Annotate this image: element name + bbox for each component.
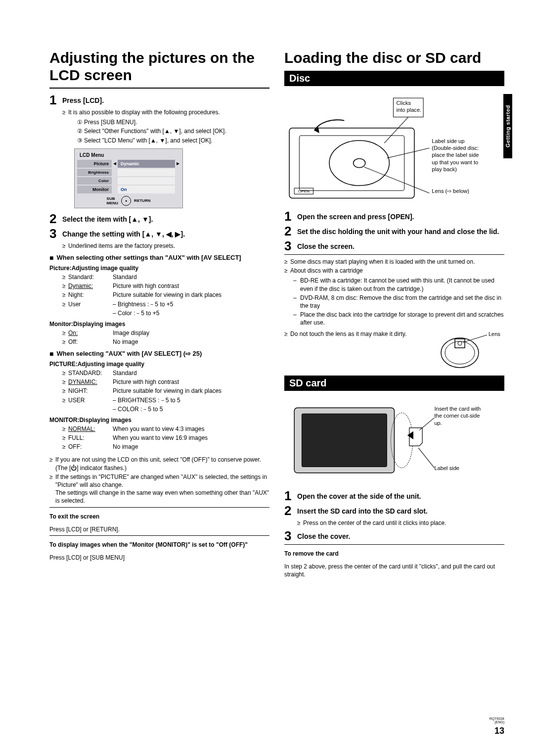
svg-point-2 [329,141,389,186]
lcd-color-label: Color [77,177,112,185]
lcd-menu-title: LCD Menu [77,151,180,159]
monitor2-table: NORMAL:When you want to view 4:3 images … [62,425,269,451]
svg-rect-0 [289,128,414,198]
disc-step-3-number: 3 [284,239,297,252]
proc-3: Select "LCD Menu" with [▲, ▼], and selec… [84,137,213,144]
clicks-label: Clicks [397,100,411,106]
lcd-menu-diagram: LCD Menu Picture ◀ Dynamic ▶ Brightness … [74,148,183,208]
lcd-picture-label: Picture [77,160,112,168]
right-column: Loading the disc or SD card Disc OPEN Cl… [284,49,504,579]
svg-point-16 [445,341,475,364]
step-3-number: 3 [49,227,62,240]
sd-step-3-text: Close the cover. [297,529,350,540]
sd-step-1-text: Open the cover at the side of the unit. [297,489,421,500]
lcd-brightness-label: Brightness [77,169,112,176]
left-column: Adjusting the pictures on the LCD screen… [49,49,269,579]
step3-note: Underlined items are the factory presets… [62,242,269,250]
proc-2: Select "Other Functions" with [▲, ▼], an… [84,128,226,135]
disc-dash-2: DVD-RAM, 8 cm disc: Remove the disc from… [293,294,504,310]
lcd-monitor-label: Monitor [77,186,112,193]
disc-step-3-text: Close the screen. [297,239,355,250]
sd-step-2-text: Insert the SD card into the SD card slot… [297,504,428,515]
block2-heading: When selecting "AUX" with [AV SELECT] (⇨… [56,350,202,357]
monitor-table: On:Image display Off:No image [62,329,269,346]
svg-text:into place.: into place. [397,107,422,113]
svg-text:up that you want to: up that you want to [432,159,478,165]
sd-label-side: Label side [434,465,459,471]
step-2-text: Select the item with [▲, ▼]. [62,212,153,223]
disc-note-1: Some discs may start playing when it is … [284,258,504,266]
step-1-text: Press [LCD]. [62,94,104,104]
footer-code: RQT9334 (ENG) [490,717,504,724]
step-2-number: 2 [49,212,62,225]
step-1-number: 1 [49,94,62,106]
svg-line-25 [418,448,434,468]
svg-line-24 [419,418,434,430]
lcd-monitor-value: On [118,186,175,193]
disc-step-1-text: Open the screen and press [OPEN]. [297,210,414,221]
svg-rect-21 [302,414,387,467]
sd-step-2-number: 2 [284,504,297,517]
picture-table: Standard:Standard Dynamic:Picture with h… [62,273,269,318]
disc-step-1-number: 1 [284,210,297,223]
remove-body: In step 2 above, press the center of the… [284,563,504,578]
svg-line-7 [384,117,408,143]
sd-step2-note: Press on the center of the card until it… [297,519,504,527]
sd-diagram: Insert the card with the corner cut-side… [284,398,504,483]
disc-section-bar: Disc [284,71,504,86]
lcd-color-value [118,177,175,185]
exit-body: Press [LCD] or [RETURN]. [49,525,269,533]
lens-pointer-label: Lens (⇨ below) [432,188,469,194]
lcd-brightness-value [118,169,175,176]
svg-point-18 [458,341,462,345]
open-button-label: OPEN [298,189,310,193]
block1-heading: When selecting other settings than "AUX"… [56,254,241,261]
picture2-heading: PICTURE:Adjusting image quality [49,361,269,368]
svg-text:play back): play back) [432,166,457,172]
lcd-return-label: RETURN [134,198,150,203]
lcd-ok-icon: ● [121,196,131,206]
lens-note: Do not touch the lens as it may make it … [284,330,430,338]
lens-diagram: Lens [435,328,504,373]
lcd-sub-menu-label: SUB MENU [107,196,119,205]
disc-dash-1: BD-RE with a cartridge: It cannot be use… [293,277,504,292]
title-right: Loading the disc or SD card [284,49,504,67]
svg-text:up.: up. [434,420,442,425]
disc-diagram: OPEN Clicks into place. Label side up (D… [284,93,504,203]
title-left: Adjusting the pictures on the LCD screen [49,49,269,84]
sd-step-3-number: 3 [284,529,297,542]
disc-step-2-number: 2 [284,225,297,237]
disc-dash-3: Place the disc back into the cartridge f… [293,311,504,327]
sd-step-1-number: 1 [284,489,297,502]
svg-text:place the label side: place the label side [432,152,479,158]
disc-note-2: About discs with a cartridge [284,267,504,275]
svg-line-9 [387,148,429,158]
remove-heading: To remove the card [284,550,504,558]
svg-line-10 [364,167,429,193]
monitor2-heading: MONITOR:Displaying images [49,417,269,424]
svg-point-3 [354,158,365,167]
side-tab-getting-started: Getting started [503,94,512,158]
disc-step-2-text: Set the disc holding the unit with your … [297,225,499,236]
step1-note: It is also possible to display with the … [62,108,269,116]
lens-label: Lens [489,331,500,337]
svg-text:(Double-sided disc:: (Double-sided disc: [432,145,479,151]
label-side-up: Label side up [432,138,464,144]
page-number: 13 [494,726,504,736]
tail-note-2: If the settings in "PICTURE" are changed… [49,473,269,505]
display-body: Press [LCD] or [SUB MENU] [49,554,269,562]
svg-point-15 [441,338,479,368]
step-3-text: Change the setting with [▲, ▼, ◀, ▶]. [62,227,185,238]
tail-note-1: If you are not using the LCD on this uni… [49,456,269,472]
sd-insert-label: Insert the card with [434,406,481,412]
lcd-picture-value: Dynamic [118,160,175,168]
proc-1: Press [SUB MENU]. [84,119,137,126]
exit-heading: To exit the screen [49,513,269,520]
svg-text:the corner cut-side: the corner cut-side [434,413,480,419]
svg-rect-17 [455,339,465,348]
picture-heading: Picture:Adjusting image quality [49,265,269,272]
svg-rect-1 [299,135,404,190]
monitor-heading: Monitor:Displaying images [49,321,269,328]
sd-section-bar: SD card [284,376,504,391]
picture2-table: STANDARD:Standard DYNAMIC:Picture with h… [62,369,269,414]
